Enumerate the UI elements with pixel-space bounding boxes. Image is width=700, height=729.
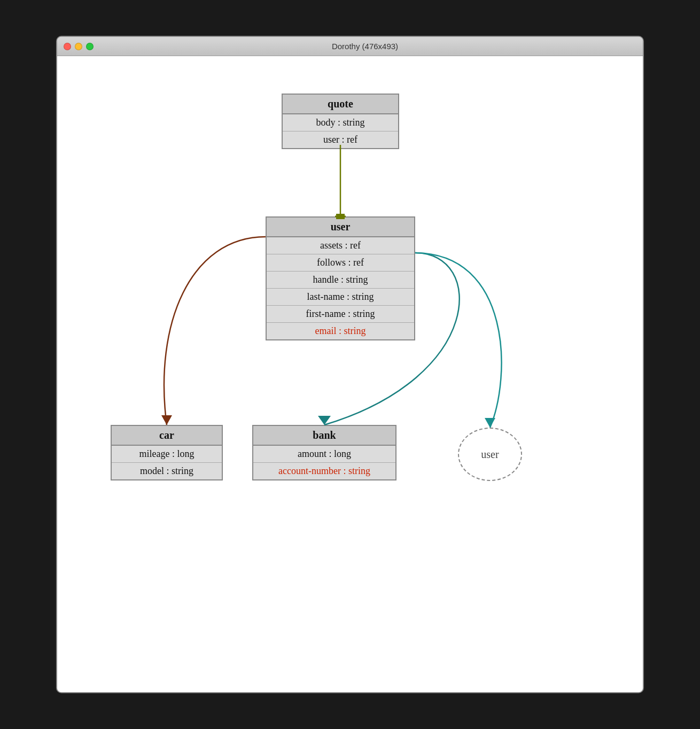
user-field-lastname: last-name : string bbox=[267, 289, 414, 306]
car-field-mileage: mileage : long bbox=[112, 446, 222, 463]
user-entity: user assets : ref follows : ref handle :… bbox=[266, 216, 415, 340]
user-field-handle: handle : string bbox=[267, 272, 414, 289]
application-window: Dorothy (476x493) quote body : string us… bbox=[56, 36, 644, 693]
quote-entity-header: quote bbox=[283, 95, 398, 114]
arrows-overlay bbox=[57, 56, 643, 692]
car-entity-header: car bbox=[112, 426, 222, 446]
user-entity-header: user bbox=[267, 218, 414, 237]
user-field-assets: assets : ref bbox=[267, 237, 414, 254]
titlebar: Dorothy (476x493) bbox=[57, 37, 643, 56]
user-ghost-entity: user bbox=[458, 428, 522, 481]
window-title: Dorothy (476x493) bbox=[94, 42, 636, 51]
svg-marker-3 bbox=[161, 415, 172, 425]
minimize-button[interactable] bbox=[75, 43, 82, 50]
user-field-follows: follows : ref bbox=[267, 254, 414, 272]
maximize-button[interactable] bbox=[86, 43, 94, 50]
bank-entity: bank amount : long account-number : stri… bbox=[252, 425, 396, 480]
quote-field-body: body : string bbox=[283, 114, 398, 131]
car-entity: car mileage : long model : string bbox=[111, 425, 223, 480]
user-field-email: email : string bbox=[267, 323, 414, 339]
quote-field-user: user : ref bbox=[283, 131, 398, 148]
user-ghost-label: user bbox=[481, 448, 499, 461]
bank-field-amount: amount : long bbox=[253, 446, 395, 463]
car-field-model: model : string bbox=[112, 463, 222, 479]
svg-marker-4 bbox=[318, 416, 331, 425]
quote-entity: quote body : string user : ref bbox=[282, 94, 399, 149]
svg-marker-5 bbox=[485, 418, 495, 428]
close-button[interactable] bbox=[64, 43, 71, 50]
user-field-firstname: first-name : string bbox=[267, 306, 414, 323]
bank-entity-header: bank bbox=[253, 426, 395, 446]
traffic-lights bbox=[64, 43, 94, 50]
bank-field-account: account-number : string bbox=[253, 463, 395, 479]
diagram-canvas: quote body : string user : ref user asse… bbox=[57, 56, 643, 692]
